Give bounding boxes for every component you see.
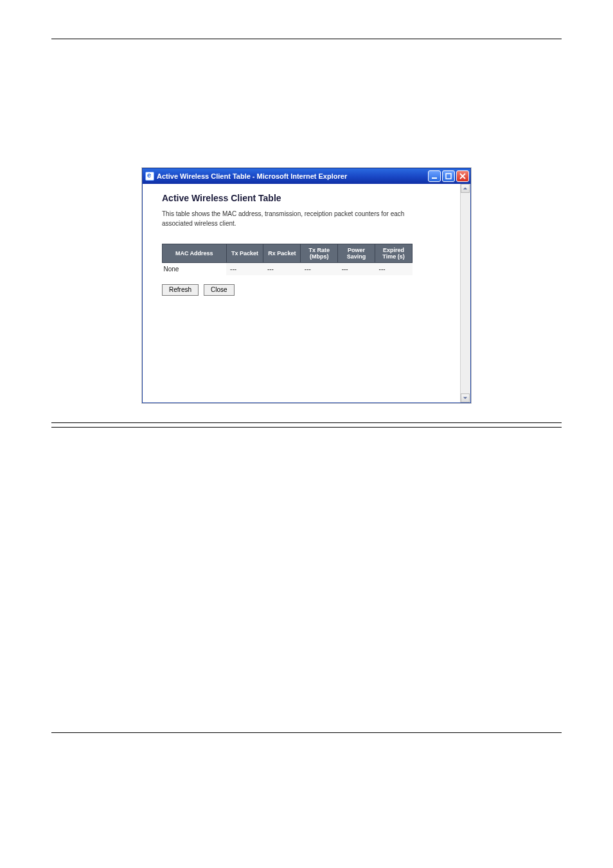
cell-mac: None [163, 263, 227, 276]
cell-exp: --- [375, 263, 413, 276]
button-row: Refresh Close [162, 284, 443, 296]
th-rx: Rx Packet [263, 244, 301, 263]
svg-rect-0 [432, 177, 437, 179]
scroll-up-button[interactable] [461, 184, 470, 193]
window-title: Active Wireless Client Table - Microsoft… [157, 172, 428, 180]
table-header-row: MAC Address Tx Packet Rx Packet Tx Rate … [163, 244, 413, 263]
cell-power: --- [338, 263, 375, 276]
cell-tx: --- [226, 263, 263, 276]
refresh-button[interactable]: Refresh [162, 284, 199, 296]
window-titlebar: Active Wireless Client Table - Microsoft… [143, 168, 470, 184]
scroll-down-button[interactable] [461, 393, 470, 402]
cell-rx: --- [263, 263, 301, 276]
maximize-icon [445, 173, 452, 179]
close-button[interactable]: Close [204, 284, 235, 296]
blank-space [51, 428, 562, 672]
th-tx: Tx Packet [226, 244, 263, 263]
window-buttons [428, 170, 469, 182]
panel-title: Active Wireless Client Table [162, 193, 443, 203]
scrollbar[interactable] [460, 184, 470, 402]
th-rate: Tx Rate (Mbps) [301, 244, 338, 263]
ie-body: Active Wireless Client Table This table … [143, 184, 470, 402]
top-rule [51, 39, 562, 39]
close-icon [459, 173, 466, 179]
close-window-button[interactable] [456, 170, 469, 182]
cell-rate: --- [301, 263, 338, 276]
chevron-up-icon [463, 186, 468, 191]
maximize-button[interactable] [442, 170, 455, 182]
ie-content: Active Wireless Client Table This table … [143, 184, 460, 402]
page-document: Active Wireless Client Table - Microsoft… [0, 0, 613, 868]
table-row: None --- --- --- --- --- [163, 263, 413, 276]
bottom-rule [51, 732, 562, 733]
th-power: Power Saving [338, 244, 375, 263]
minimize-icon [431, 173, 438, 179]
ie-icon [145, 172, 154, 181]
screenshot-container: Active Wireless Client Table - Microsoft… [51, 168, 562, 403]
th-exp: Expired Time (s) [375, 244, 413, 263]
ie-window: Active Wireless Client Table - Microsoft… [142, 168, 471, 403]
th-mac: MAC Address [163, 244, 227, 263]
panel-description: This table shows the MAC address, transm… [162, 210, 419, 228]
divider-rule-1 [51, 422, 562, 423]
svg-rect-1 [446, 174, 451, 179]
minimize-button[interactable] [428, 170, 441, 182]
clients-table: MAC Address Tx Packet Rx Packet Tx Rate … [162, 244, 413, 275]
chevron-down-icon [463, 395, 468, 401]
